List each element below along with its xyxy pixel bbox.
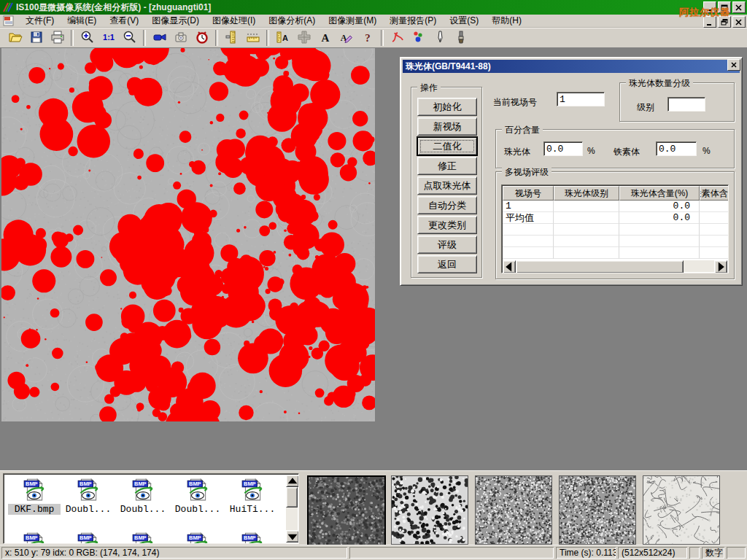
svg-text:BMP: BMP bbox=[134, 534, 147, 541]
file-item[interactable]: BMP bbox=[117, 531, 169, 544]
binarize-button[interactable]: 二值化 bbox=[417, 137, 477, 155]
open-button[interactable] bbox=[5, 28, 25, 47]
file-item[interactable]: BMPDKF.bmp bbox=[8, 477, 61, 515]
table-scroll-thumb[interactable] bbox=[516, 260, 684, 273]
dialog-title-bar[interactable]: 珠光体(GB/T9441-88) bbox=[403, 60, 740, 73]
file-scroll-up-button[interactable] bbox=[286, 475, 299, 487]
menu-item-image-measure[interactable]: 图像测量(M) bbox=[322, 15, 383, 26]
menu-item-image-analysis[interactable]: 图像分析(A) bbox=[262, 15, 322, 26]
menu-item-help[interactable]: 帮助(H) bbox=[485, 15, 528, 26]
file-item[interactable]: BMP bbox=[8, 531, 61, 544]
auto-classify-button[interactable]: 自动分类 bbox=[417, 196, 477, 214]
video-camera-button[interactable] bbox=[150, 28, 169, 47]
table-row[interactable] bbox=[503, 247, 729, 259]
pick-pearlite-button[interactable]: 点取珠光体 bbox=[417, 176, 477, 195]
menu-item-settings[interactable]: 设置(S) bbox=[443, 15, 485, 26]
curve-button[interactable] bbox=[387, 28, 407, 47]
table-row[interactable] bbox=[503, 236, 729, 247]
zoom-out-button[interactable] bbox=[120, 28, 139, 47]
table-cell bbox=[700, 236, 729, 247]
micrograph-image[interactable] bbox=[1, 48, 375, 421]
ferrite-value-input[interactable] bbox=[656, 141, 697, 156]
current-field-input[interactable] bbox=[557, 92, 605, 106]
file-item[interactable]: BMP bbox=[62, 531, 115, 544]
preview-thumbnail[interactable] bbox=[307, 475, 386, 546]
mdi-close-button[interactable] bbox=[732, 16, 746, 28]
table-cell bbox=[619, 247, 700, 259]
menu-item-image-display[interactable]: 图像显示(D) bbox=[145, 15, 206, 26]
file-scroll-down-button[interactable] bbox=[286, 530, 299, 542]
rate-button[interactable]: 评级 bbox=[417, 236, 477, 254]
table-cell bbox=[503, 247, 554, 259]
app-logo-icon bbox=[1, 1, 13, 13]
menu-item-edit[interactable]: 编辑(E) bbox=[61, 15, 103, 26]
document-icon[interactable] bbox=[3, 15, 15, 26]
preview-thumbnail[interactable] bbox=[643, 475, 720, 545]
pen-button[interactable] bbox=[430, 28, 449, 47]
menu-item-file[interactable]: 文件(F) bbox=[19, 15, 61, 26]
pearlite-value-input[interactable] bbox=[543, 141, 583, 156]
markers-icon bbox=[411, 30, 426, 47]
file-item[interactable]: BMPDoubl... bbox=[171, 477, 224, 515]
svg-text:?: ? bbox=[365, 32, 371, 44]
ruler-button[interactable] bbox=[243, 28, 263, 47]
initialize-button[interactable]: 初始化 bbox=[417, 98, 477, 116]
column-header[interactable]: 视场号 bbox=[503, 186, 554, 201]
markers-button[interactable] bbox=[409, 28, 428, 47]
table-cell bbox=[554, 247, 619, 259]
new-field-button[interactable]: 新视场 bbox=[417, 117, 477, 136]
close-button[interactable] bbox=[732, 1, 746, 13]
help-button[interactable]: ? bbox=[357, 28, 377, 47]
level-input[interactable] bbox=[667, 97, 705, 112]
measure-text-button[interactable]: A bbox=[273, 28, 293, 47]
dialog-close-button[interactable] bbox=[727, 59, 740, 71]
table-cell bbox=[619, 224, 700, 236]
table-scroll-right-button[interactable] bbox=[714, 260, 727, 273]
save-button[interactable] bbox=[26, 28, 46, 47]
preview-thumbnail[interactable] bbox=[391, 475, 468, 545]
table-hscrollbar[interactable] bbox=[503, 260, 727, 272]
file-item[interactable]: BMPDoubl... bbox=[117, 477, 169, 515]
correct-button[interactable]: 修正 bbox=[417, 157, 477, 175]
table-row[interactable] bbox=[503, 224, 729, 236]
table-row[interactable]: 10.0 bbox=[503, 201, 729, 212]
table-scroll-track[interactable] bbox=[684, 260, 714, 272]
brush-button[interactable] bbox=[451, 28, 471, 47]
menu-item-view[interactable]: 查看(V) bbox=[103, 15, 145, 26]
preview-thumbnail[interactable] bbox=[559, 475, 636, 545]
photo-camera-button[interactable] bbox=[171, 28, 190, 47]
column-header[interactable]: 铁素体含量(%) bbox=[700, 186, 729, 201]
zoom-in-button[interactable] bbox=[77, 28, 97, 47]
print-button[interactable] bbox=[47, 28, 67, 47]
return-button[interactable]: 返回 bbox=[417, 255, 477, 273]
text-button[interactable]: A bbox=[315, 28, 335, 47]
change-class-button[interactable]: 更改类别 bbox=[417, 216, 477, 234]
caliper-button[interactable] bbox=[222, 28, 241, 47]
file-item[interactable]: BMPDoubl... bbox=[62, 477, 115, 515]
timer-button[interactable] bbox=[192, 28, 212, 47]
status-bar: x: 510 y: 79 idx: 0 RGB: (174, 174, 174)… bbox=[0, 545, 747, 560]
level-label: 级别 bbox=[637, 101, 654, 114]
actual-size-button[interactable]: 1:1 bbox=[98, 28, 118, 47]
table-scroll-left-button[interactable] bbox=[503, 260, 516, 273]
file-item[interactable]: BMP bbox=[226, 531, 279, 544]
file-scrollbar[interactable] bbox=[286, 475, 298, 542]
table-cell bbox=[503, 224, 554, 236]
table-row[interactable]: 平均值0.0 bbox=[503, 212, 729, 224]
column-header[interactable]: 珠光体含量(%) bbox=[619, 186, 700, 201]
preview-thumbnail[interactable] bbox=[475, 475, 552, 545]
file-item[interactable]: BMPHuiTi... bbox=[226, 477, 279, 515]
table-cell bbox=[554, 201, 619, 212]
bmp-file-icon: BMP bbox=[62, 531, 115, 544]
grid-button[interactable] bbox=[294, 28, 314, 47]
menu-item-measure-report[interactable]: 测量报告(P) bbox=[383, 15, 443, 26]
status-blank-1 bbox=[349, 547, 554, 559]
table-cell bbox=[503, 236, 554, 247]
annotate-button[interactable]: A bbox=[336, 28, 356, 47]
column-header[interactable]: 珠光体级别 bbox=[554, 186, 619, 201]
menu-item-image-processing[interactable]: 图像处理(I) bbox=[206, 15, 262, 26]
file-scroll-thumb[interactable] bbox=[286, 487, 298, 508]
field-table[interactable]: 视场号珠光体级别珠光体含量(%)铁素体含量(%)10.0平均值0.0 bbox=[501, 184, 729, 273]
svg-text:BMP: BMP bbox=[80, 534, 92, 541]
file-item[interactable]: BMP bbox=[171, 531, 224, 544]
